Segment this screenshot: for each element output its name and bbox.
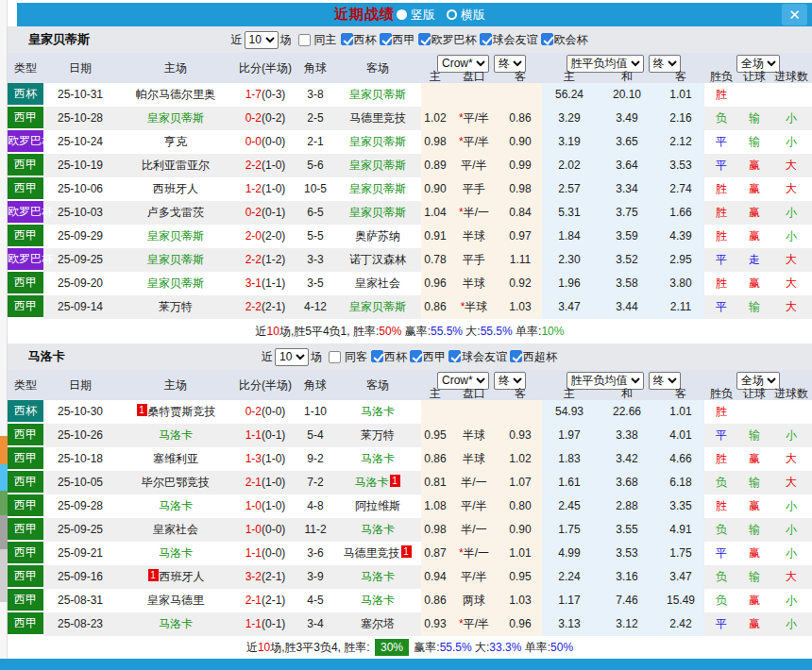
handicap-away-odds: 1.03 [499,589,542,612]
away-team: 皇家贝蒂斯 [334,177,421,201]
away-team: 马德里竞技1 [334,542,421,565]
vertical-layout-label[interactable]: 竖版 [411,7,435,24]
checkbox-checked-icon[interactable] [541,33,553,45]
league-filter-label[interactable]: 西超杯 [523,350,557,363]
full-time-score: 3-2 [245,570,262,583]
match-date: 25-09-20 [43,272,117,295]
match-score: 1-7(0-3) [234,83,296,107]
league-filter[interactable]: 西杯 [369,350,408,363]
league-filter-label[interactable]: 西甲 [423,350,446,363]
red-card-badge: 1 [401,545,412,558]
league-filter-label[interactable]: 球会友谊 [493,33,538,46]
close-button[interactable]: ✕ [782,4,807,25]
match-count-select[interactable]: 10 [275,348,309,366]
league-filters: 西杯西甲欧罗巴杯球会友谊欧会杯 [339,32,589,48]
league-filter-label[interactable]: 球会友谊 [462,350,507,363]
bottom-scrollbar[interactable] [0,659,812,670]
league-filter[interactable]: 欧罗巴杯 [416,33,478,46]
summary-text: 大: [472,641,490,654]
team-name-text: 莱万特 [159,300,193,313]
league-filter[interactable]: 西超杯 [508,350,558,363]
avg-draw-odds: 3.49 [597,107,657,130]
match-row: 西甲25-09-21马洛卡1-1(0-0)3-6马德里竞技10.87*半/一1.… [8,542,812,565]
checkbox-checked-icon[interactable] [418,33,431,45]
vertical-layout-radio[interactable] [397,9,407,20]
league-filter-label[interactable]: 欧会杯 [554,33,588,46]
col-header-result: 胜负 [704,389,738,400]
team-name-text: 马洛卡 [159,499,193,512]
team-name-text: 塞尔塔 [361,617,395,630]
summary-text: 场,胜3平3负4, 胜率: [270,641,373,654]
league-type-badge: 西甲 [8,447,43,471]
league-type-badge: 西甲 [8,177,43,201]
league-filter[interactable]: 球会友谊 [478,33,539,46]
match-date: 25-10-03 [43,201,117,225]
horizontal-layout-radio[interactable] [447,9,457,20]
match-row: 西甲25-10-05毕尔巴鄂竞技2-1(1-0)7-2马洛卡10.81半/一1.… [8,471,812,494]
league-filter-label[interactable]: 西甲 [393,33,415,46]
team-name-text: 皇家贝蒂斯 [147,253,204,266]
league-filter[interactable]: 球会友谊 [447,350,508,363]
checkbox-checked-icon[interactable] [341,33,353,45]
result-flag: 负 [704,565,738,589]
same-venue-checkbox[interactable] [298,34,311,46]
handicap-away-odds: 0.84 [499,201,542,225]
same-venue-checkbox[interactable] [329,351,341,363]
checkbox-checked-icon[interactable] [371,350,383,362]
result-flag: 负 [704,518,738,542]
horizontal-layout-label[interactable]: 横版 [461,7,485,24]
avg-away-odds: 3.35 [657,494,704,518]
league-filter-label[interactable]: 西杯 [384,350,407,363]
checkbox-checked-icon[interactable] [410,350,422,362]
checkbox-checked-icon[interactable] [480,33,492,45]
handicap-home-odds: 0.86 [421,447,449,471]
league-filter[interactable]: 西甲 [408,350,447,363]
handicap-away-odds: 0.90 [499,518,542,542]
result-flag: 胜 [704,225,738,248]
handicap-line [449,400,499,424]
same-venue-label[interactable]: 同主 [314,32,337,48]
corner-score: 5-4 [296,424,334,447]
red-card-badge: 1 [137,404,147,416]
modal-titlebar: 近期战绩 竖版 横版 ✕ [17,3,812,26]
match-date: 25-10-24 [43,130,117,154]
league-type-badge: 西甲 [8,589,43,612]
half-time-score: (0-1) [262,206,285,219]
avg-away-odds: 3.80 [657,272,704,295]
match-score: 0-2(0-2) [234,107,296,130]
summary-text: 单率: [513,325,542,338]
team-name-text: 亨克 [164,135,187,148]
filter-row: 马洛卡 近 10 场 同客 西杯西甲球会友谊西超杯 [8,343,812,370]
col-header-home: 主场 [117,53,234,83]
home-team: 帕尔马德尔里奥 [117,83,234,107]
team-name-text: 皇家贝蒂斯 [349,206,406,219]
corner-score: 5-6 [296,154,334,177]
handicap-result-flag: 赢 [738,494,770,518]
checkbox-checked-icon[interactable] [448,350,461,362]
away-team: 皇家贝蒂斯 [334,295,421,319]
league-filter[interactable]: 西杯 [339,33,378,46]
result-flag: 平 [704,248,738,272]
handicap-line: *平/半 [449,612,499,636]
team-name: 马洛卡 [28,343,65,370]
same-venue-label[interactable]: 同客 [345,349,367,365]
checkbox-checked-icon[interactable] [510,350,522,362]
match-count-select[interactable]: 10 [245,31,279,49]
league-filter-label[interactable]: 欧罗巴杯 [431,33,477,46]
league-filter-label[interactable]: 西杯 [354,33,377,46]
goals-result-flag: 小 [770,225,812,248]
avg-header-group: 胜平负均值 终 主 和 客 [542,370,704,400]
away-team: 莱万特 [334,424,421,447]
full-time-score: 1-7 [245,88,262,101]
handicap-line: 平手 [449,177,499,201]
avg-draw-odds: 3.44 [597,295,657,319]
match-row: 欧罗巴杯25-09-25皇家贝蒂斯2-2(1-2)3-3诺丁汉森林0.78平手1… [8,248,812,272]
checkbox-checked-icon[interactable] [380,33,392,45]
league-filter[interactable]: 欧会杯 [539,33,589,46]
summary-row: 近10场,胜3平3负4, 胜率: 30% 赢率:55.5% 大:33.3% 单率… [8,636,812,659]
avg-home-odds: 1.83 [542,447,597,471]
league-filter[interactable]: 西甲 [378,33,416,46]
avg-away-odds: 1.01 [657,400,704,424]
col-header-handicap-result: 让球 [738,389,770,400]
league-type-badge: 西甲 [8,225,43,248]
